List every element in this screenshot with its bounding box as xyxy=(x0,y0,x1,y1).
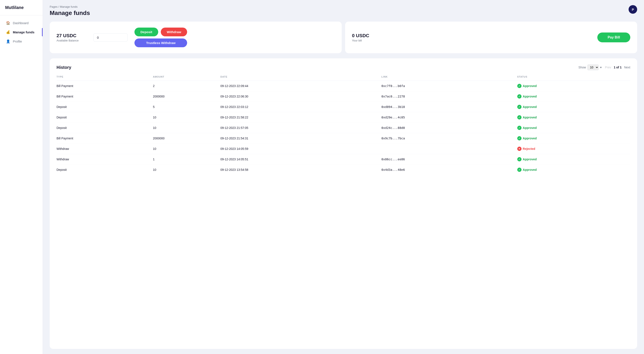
sidebar: Mutlilane 🏠 Dashboard 💰 Manage funds 👤 P… xyxy=(0,0,43,354)
table-row: Bill Payment 2000000 09-12-2023 22:06:30… xyxy=(56,91,630,102)
chevron-down-icon: ▾ xyxy=(600,66,602,69)
cell-status: ✓ Approved xyxy=(517,81,630,91)
cell-date: 09-12-2023 22:06:30 xyxy=(220,91,382,102)
cell-link: 0x9c7b...7bca xyxy=(382,133,517,144)
approved-icon: ✓ xyxy=(517,157,522,161)
cell-amount: 5 xyxy=(153,102,220,112)
cell-amount: 10 xyxy=(153,112,220,123)
status-text: Approved xyxy=(523,84,537,88)
status-text: Approved xyxy=(523,158,537,161)
cell-status: ✓ Approved xyxy=(517,102,630,112)
cell-status: ✓ Approved xyxy=(517,165,630,175)
deposit-button[interactable]: Deposit xyxy=(134,27,158,36)
withdraw-button[interactable]: Withdraw xyxy=(161,27,187,36)
cell-type: Deposit xyxy=(56,165,153,175)
breadcrumb-current: Manage funds xyxy=(60,5,78,8)
prev-button[interactable]: Prev xyxy=(605,66,611,69)
btn-row: Deposit Withdraw xyxy=(134,27,187,36)
cell-date: 09-12-2023 22:03:12 xyxy=(220,102,382,112)
status-text: Rejected xyxy=(523,147,535,151)
cell-date: 09-12-2023 22:09:44 xyxy=(220,81,382,91)
sidebar-item-profile[interactable]: 👤 Profile xyxy=(2,37,40,45)
page-info: 1 of 1 xyxy=(614,66,622,69)
balance-amount: 27 USDC xyxy=(56,33,76,38)
breadcrumb-sep: / xyxy=(58,5,60,8)
status-text: Approved xyxy=(523,168,537,172)
profile-icon: 👤 xyxy=(6,39,10,43)
cell-date: 09-12-2023 13:54:58 xyxy=(220,165,382,175)
history-table: TYPE AMOUNT DATE LINK STATUS Bill Paymen… xyxy=(56,75,630,175)
next-button[interactable]: Next xyxy=(624,66,630,69)
table-row: Withdraw 1 09-12-2023 14:05:51 0x86cc...… xyxy=(56,154,630,165)
approved-icon: ✓ xyxy=(517,168,522,172)
bill-card: 0 USDC Your bill Pay Bill xyxy=(345,21,637,53)
header-left: Pages / Manage funds Manage funds xyxy=(50,5,90,16)
table-row: Deposit 10 09-12-2023 21:57:05 0xd24c...… xyxy=(56,123,630,133)
status-text: Approved xyxy=(523,137,537,140)
history-header: History Show 10 25 50 ▾ Prev 1 of 1 Next xyxy=(56,64,630,70)
pagination: Prev 1 of 1 Next xyxy=(605,66,630,69)
cell-type: Withdraw xyxy=(56,144,153,154)
col-amount: AMOUNT xyxy=(153,75,220,81)
cell-type: Bill Payment xyxy=(56,91,153,102)
cell-status: ✓ Approved xyxy=(517,91,630,102)
pay-bill-button[interactable]: Pay Bill xyxy=(597,32,630,42)
col-type: TYPE xyxy=(56,75,153,81)
cell-status: ✓ Approved xyxy=(517,112,630,123)
cell-date: 09-12-2023 21:58:22 xyxy=(220,112,382,123)
app-logo: Mutlilane xyxy=(0,5,42,15)
col-status: STATUS xyxy=(517,75,630,81)
cell-link: 0xd29e...4c05 xyxy=(382,112,517,123)
sidebar-item-dashboard[interactable]: 🏠 Dashboard xyxy=(2,19,40,27)
approved-icon: ✓ xyxy=(517,126,522,130)
col-date: DATE xyxy=(220,75,382,81)
home-icon: 🏠 xyxy=(6,21,10,25)
cell-amount: 2 xyxy=(153,81,220,91)
col-link: LINK xyxy=(382,75,517,81)
bill-amount: 0 USDC xyxy=(352,33,369,38)
page-header: Pages / Manage funds Manage funds P xyxy=(50,5,637,16)
page-title: Manage funds xyxy=(50,10,90,16)
show-dropdown[interactable]: 10 25 50 xyxy=(587,64,599,70)
cell-date: 09-12-2023 21:57:05 xyxy=(220,123,382,133)
sidebar-item-label: Dashboard xyxy=(13,21,28,25)
approved-icon: ✓ xyxy=(517,136,522,141)
table-row: Bill Payment 2000000 09-12-2023 21:54:31… xyxy=(56,133,630,144)
balance-input[interactable] xyxy=(93,33,128,42)
history-title: History xyxy=(56,65,71,70)
cell-link: 0x7ac0...2278 xyxy=(382,91,517,102)
cell-status: ✓ Approved xyxy=(517,133,630,144)
status-text: Approved xyxy=(523,126,537,130)
table-row: Withdraw 10 09-12-2023 14:05:59 ✕ Reject… xyxy=(56,144,630,154)
show-select[interactable]: Show 10 25 50 ▾ xyxy=(578,64,602,70)
bill-label: Your bill xyxy=(352,39,362,42)
cell-date: 09-12-2023 21:54:31 xyxy=(220,133,382,144)
table-row: Deposit 10 09-12-2023 13:54:58 0x4d3a...… xyxy=(56,165,630,175)
balance-label: Available Balance xyxy=(56,39,78,42)
cell-type: Bill Payment xyxy=(56,133,153,144)
cell-amount: 2000000 xyxy=(153,133,220,144)
cell-type: Deposit xyxy=(56,102,153,112)
status-text: Approved xyxy=(523,105,537,109)
bill-info: 0 USDC Your bill xyxy=(352,33,369,42)
cell-amount: 1 xyxy=(153,154,220,165)
balance-info: 27 USDC Available Balance xyxy=(56,33,86,42)
cell-date: 09-12-2023 14:05:59 xyxy=(220,144,382,154)
cell-amount: 2000000 xyxy=(153,91,220,102)
table-row: Bill Payment 2 09-12-2023 22:09:44 0xc7f… xyxy=(56,81,630,91)
cell-link: 0x86cc...ee86 xyxy=(382,154,517,165)
user-avatar[interactable]: P xyxy=(628,5,637,14)
balance-card: 27 USDC Available Balance Deposit Withdr… xyxy=(50,21,342,53)
breadcrumb: Pages / Manage funds xyxy=(50,5,90,8)
table-row: Deposit 5 09-12-2023 22:03:12 0xd894...3… xyxy=(56,102,630,112)
funds-icon: 💰 xyxy=(6,30,10,34)
cell-link: 0xd24c...88d0 xyxy=(382,123,517,133)
sidebar-item-label: Manage funds xyxy=(13,30,34,34)
show-label: Show xyxy=(578,66,586,69)
sidebar-nav: 🏠 Dashboard 💰 Manage funds 👤 Profile xyxy=(0,19,42,45)
cell-link xyxy=(382,144,517,154)
sidebar-item-manage-funds[interactable]: 💰 Manage funds xyxy=(2,28,40,36)
trustless-withdraw-button[interactable]: Trustless Withdraw xyxy=(134,38,187,47)
cards-row: 27 USDC Available Balance Deposit Withdr… xyxy=(50,21,637,53)
approved-icon: ✓ xyxy=(517,115,522,120)
